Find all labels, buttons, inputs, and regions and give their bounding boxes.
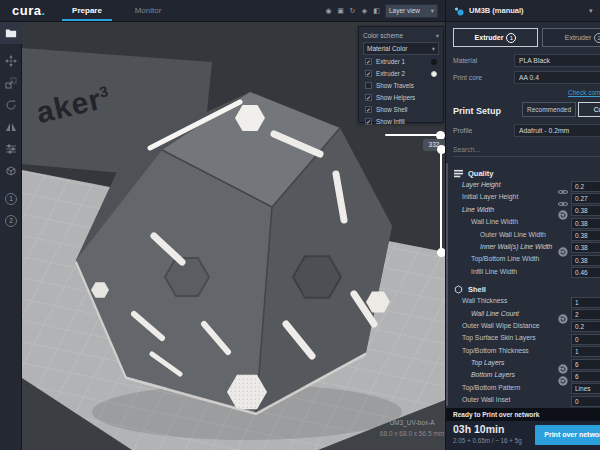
checkbox-extruder-2[interactable]: ✓: [365, 70, 372, 77]
checkbox-extruder-1[interactable]: ✓: [365, 58, 372, 65]
setting-dropdown[interactable]: Lines: [571, 383, 600, 394]
custom-mode-button[interactable]: Custom: [578, 102, 600, 117]
setting-row-wall-thickness: Wall Thickness1: [450, 296, 600, 308]
setting-value-input[interactable]: 6: [571, 359, 600, 370]
setting-row-top-bottom-pattern: Top/Bottom PatternLines: [450, 383, 600, 395]
checkbox-label: Extruder 2: [376, 70, 431, 77]
tool-mirror-icon[interactable]: [0, 116, 22, 138]
setting-value-input[interactable]: 1: [571, 297, 600, 308]
print-over-network-button[interactable]: Print over network: [535, 425, 600, 445]
revert-icon[interactable]: [558, 372, 568, 381]
select-icon[interactable]: ◈: [360, 4, 369, 17]
layer-range-handle-lower[interactable]: [437, 248, 446, 257]
revert-icon[interactable]: [558, 360, 568, 369]
view-mode-dropdown[interactable]: Layer view ▾: [385, 4, 438, 18]
settings-scrollbar[interactable]: [446, 163, 448, 406]
checkbox-show-infill[interactable]: ✓: [365, 118, 372, 125]
extruder-color-swatch: [431, 71, 437, 77]
checkbox-show-helpers[interactable]: ✓: [365, 94, 372, 101]
viewport-3d[interactable]: aker3 332 UM3_UV-box-A 68.0 x 68.0 x 56.…: [22, 22, 445, 450]
setting-label: Line Width: [462, 206, 494, 213]
layer-range-handle-upper[interactable]: [437, 145, 446, 154]
check-compatibility-link[interactable]: Check compatibility: [568, 89, 600, 96]
setting-value-input[interactable]: 0: [571, 396, 600, 407]
setting-value-input[interactable]: 0.38: [571, 218, 600, 229]
tool-open-file-icon[interactable]: [0, 22, 22, 44]
model-dimensions: 68.0 x 68.0 x 56.5 mm: [362, 428, 445, 439]
rotate-icon: [5, 99, 17, 111]
profile-dropdown[interactable]: Adafruit - 0.2mm: [514, 124, 600, 137]
recommended-mode-button[interactable]: Recommended: [522, 102, 576, 117]
machine-header[interactable]: UM3B (manual) ▾: [446, 0, 600, 22]
extruder-2-select-button[interactable]: 2: [0, 210, 22, 232]
tool-support-blocker-icon[interactable]: [0, 160, 22, 182]
per-model-settings-icon: [5, 143, 17, 155]
printcore-label: Print core: [453, 74, 482, 81]
extruder-2-number: 2: [594, 33, 600, 43]
color-scheme-row: Color scheme ▾: [363, 30, 439, 41]
material-label: Material: [453, 57, 477, 64]
checkbox-show-shell[interactable]: ✓: [365, 106, 372, 113]
setting-value-input[interactable]: 0.38: [571, 205, 600, 216]
layer-slider-horizontal-track[interactable]: [385, 134, 441, 136]
tab-prepare[interactable]: Prepare: [62, 0, 112, 21]
status-bar: Ready to Print over network: [446, 408, 600, 421]
setting-label: Layer Height: [462, 181, 501, 188]
tool-move-icon[interactable]: [0, 50, 22, 72]
object-view-icon[interactable]: ◧: [372, 4, 381, 17]
setting-row-top-layers: Top Layers6: [450, 358, 600, 370]
chevron-down-icon: ▾: [436, 30, 439, 41]
checkbox-show-travels[interactable]: [365, 82, 372, 89]
scale-icon: [5, 77, 17, 89]
setting-row-top-surface-skin-layers: Top Surface Skin Layers0: [450, 333, 600, 345]
setting-value-input[interactable]: 0: [571, 334, 600, 345]
settings-list: QualityLayer Height0.2Initial Layer Heig…: [450, 163, 600, 408]
setting-value-input[interactable]: 0.2: [571, 321, 600, 332]
extruder-1-select-button[interactable]: 1: [0, 188, 22, 210]
tool-per-model-settings-icon[interactable]: [0, 138, 22, 160]
view-option-row: ✓Show Infill: [363, 116, 439, 127]
chevron-down-icon: ▾: [432, 43, 435, 54]
print-time: 03h 10min: [453, 423, 504, 435]
layer-slider-vertical-track[interactable]: [440, 148, 442, 252]
section-header-quality[interactable]: Quality: [450, 163, 600, 180]
tool-rotate-icon[interactable]: [0, 94, 22, 116]
chevron-down-icon: ▾: [589, 0, 593, 22]
checkbox-label: Show Infill: [376, 118, 439, 125]
tool-scale-icon[interactable]: [0, 72, 22, 94]
tab-extruder-2[interactable]: Extruder 2: [542, 28, 600, 47]
print-setup-title: Print Setup: [453, 106, 501, 116]
rotate-view-icon[interactable]: ↻: [348, 4, 357, 17]
setting-value-input[interactable]: 0.2: [571, 181, 600, 192]
section-header-shell[interactable]: Shell: [450, 279, 600, 296]
setting-row-top-bottom-line-width: Top/Bottom Line Width0.38: [450, 254, 600, 266]
top-bar: cura. Prepare Monitor ◉▣↻◈◧ Layer view ▾: [0, 0, 445, 22]
material-dropdown[interactable]: PLA Black: [514, 54, 600, 67]
setting-value-input[interactable]: 0.46: [571, 267, 600, 278]
color-scheme-dropdown[interactable]: Material Color ▾: [363, 42, 439, 55]
revert-icon[interactable]: [558, 310, 568, 319]
setting-value-input[interactable]: 0.38: [571, 242, 600, 253]
setting-value-input[interactable]: 0.38: [571, 230, 600, 241]
setting-value-input[interactable]: 2: [571, 309, 600, 320]
setting-label: Top Surface Skin Layers: [462, 334, 536, 341]
revert-icon[interactable]: [558, 243, 568, 252]
setting-value-input[interactable]: 0.27: [571, 193, 600, 204]
cura-window: aker3 332 UM3_UV-box-A 68.0 x 68.0 x 56.…: [0, 0, 600, 450]
camera-icon[interactable]: ◉: [324, 4, 333, 17]
view-option-row: Show Travels: [363, 80, 439, 91]
setting-label: Initial Layer Height: [462, 193, 518, 200]
printcore-dropdown[interactable]: AA 0.4: [514, 71, 600, 84]
setting-value-input[interactable]: 1: [571, 346, 600, 357]
snapshot-icon[interactable]: ▣: [336, 4, 345, 17]
tab-extruder-1[interactable]: Extruder 1: [453, 28, 538, 47]
setting-row-line-width: Line Width0.38: [450, 205, 600, 217]
setting-value-input[interactable]: 0.38: [571, 255, 600, 266]
revert-icon[interactable]: [558, 206, 568, 215]
settings-search-input[interactable]: Search...: [453, 144, 600, 157]
tab-monitor[interactable]: Monitor: [126, 0, 170, 21]
open-file-icon: [5, 27, 17, 39]
checkbox-label: Show Shell: [376, 106, 439, 113]
setting-row-wall-line-width: Wall Line Width0.38: [450, 217, 600, 229]
setting-value-input[interactable]: 6: [571, 371, 600, 382]
